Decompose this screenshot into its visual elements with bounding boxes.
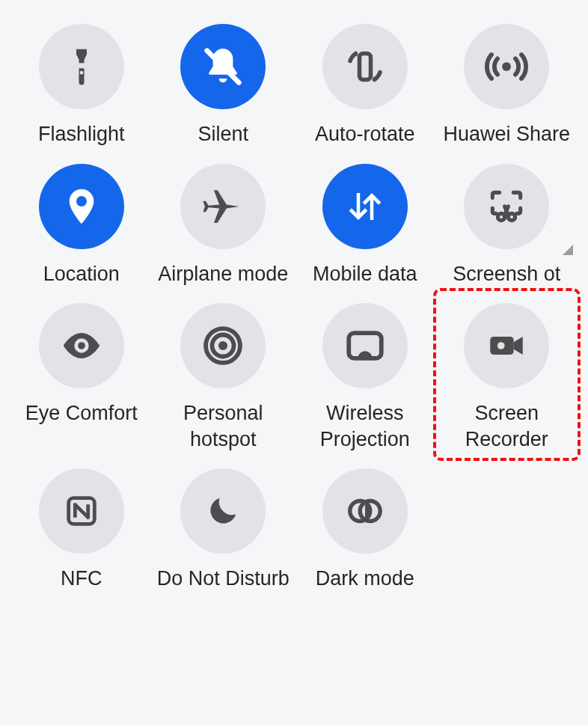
tile-screen-recorder[interactable]: Screen Recorder <box>436 300 578 452</box>
eye-icon <box>39 303 124 388</box>
tile-personal-hotspot[interactable]: Personal hotspot <box>153 300 295 452</box>
svg-point-12 <box>497 342 505 349</box>
tile-label: Do Not Disturb <box>157 566 290 592</box>
tile-label: Airplane mode <box>158 261 288 287</box>
tile-location[interactable]: Location <box>10 161 153 287</box>
tile-label: Wireless Projection <box>298 400 432 452</box>
video-camera-icon <box>464 303 549 388</box>
svg-point-6 <box>78 342 85 349</box>
expand-indicator-icon <box>563 245 573 255</box>
data-arrows-icon <box>322 164 408 249</box>
svg-rect-2 <box>359 54 370 80</box>
tile-airplane-mode[interactable]: Airplane mode <box>153 161 295 287</box>
tile-label: Location <box>43 261 120 287</box>
tile-silent[interactable]: Silent <box>153 21 295 147</box>
svg-point-0 <box>79 71 83 75</box>
tile-label: Personal hotspot <box>156 400 290 452</box>
tile-dark-mode[interactable]: Dark mode <box>294 465 436 592</box>
svg-point-3 <box>502 62 511 71</box>
tile-nfc[interactable]: NFC <box>10 465 153 592</box>
cast-icon <box>322 303 408 388</box>
bell-off-icon <box>180 24 266 109</box>
tile-wireless-projection[interactable]: Wireless Projection <box>294 300 436 452</box>
contrast-icon <box>322 468 408 554</box>
rotate-icon <box>322 24 408 109</box>
tile-screenshot[interactable]: Screensh ot <box>436 161 578 287</box>
tile-eye-comfort[interactable]: Eye Comfort <box>10 300 153 452</box>
tile-label: Dark mode <box>316 566 414 592</box>
tile-label: Screensh ot <box>453 261 560 287</box>
tile-label: Mobile data <box>313 261 417 287</box>
svg-point-7 <box>218 341 227 350</box>
tile-label: Eye Comfort <box>25 400 138 426</box>
tile-mobile-data[interactable]: Mobile data <box>294 161 436 287</box>
hotspot-icon <box>180 303 266 388</box>
tile-huawei-share[interactable]: Huawei Share <box>436 21 578 147</box>
airplane-icon <box>180 164 266 249</box>
tile-label: Silent <box>197 121 248 147</box>
tile-flashlight[interactable]: Flashlight <box>10 21 153 147</box>
moon-icon <box>180 468 266 554</box>
tile-label: Flashlight <box>38 121 125 147</box>
location-pin-icon <box>39 164 124 249</box>
broadcast-icon <box>464 24 549 109</box>
tile-auto-rotate[interactable]: Auto-rotate <box>294 21 436 147</box>
nfc-icon <box>39 468 124 554</box>
tile-label: NFC <box>61 566 102 592</box>
tile-label: Screen Recorder <box>439 400 574 452</box>
tile-do-not-disturb[interactable]: Do Not Disturb <box>153 465 295 592</box>
scissors-screen-icon <box>464 164 549 249</box>
tile-label: Huawei Share <box>443 121 570 147</box>
quick-settings-grid: Flashlight Silent Auto-rotate Huawei Sha… <box>10 21 578 592</box>
tile-label: Auto-rotate <box>315 121 415 147</box>
flashlight-icon <box>39 24 124 109</box>
